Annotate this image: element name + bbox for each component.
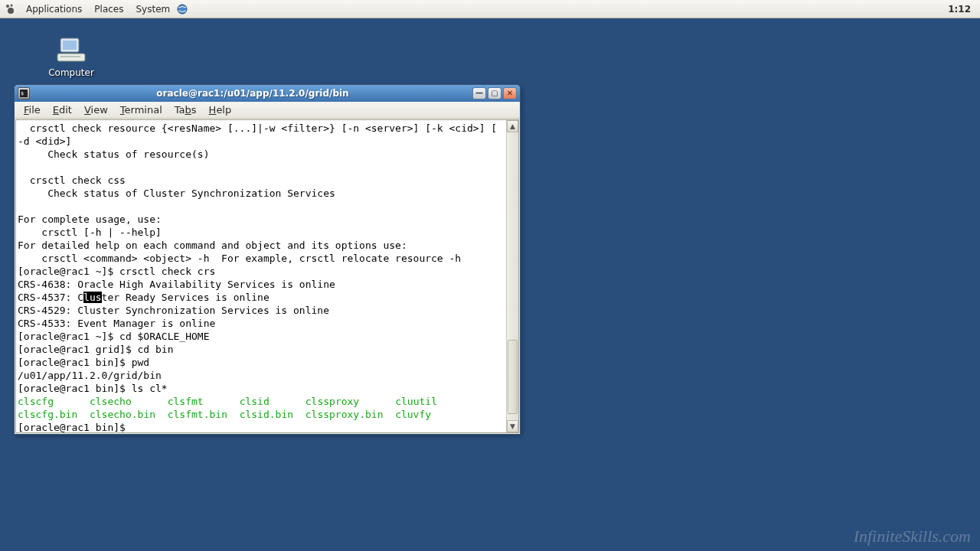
watermark: InfiniteSkills.com <box>854 527 971 546</box>
computer-icon <box>56 37 87 64</box>
svg-point-2 <box>8 8 14 14</box>
gnome-foot-icon[interactable] <box>5 3 17 15</box>
menu-edit[interactable]: Edit <box>47 103 78 117</box>
panel-left: Applications Places System <box>5 2 191 17</box>
scroll-up-button[interactable]: ▲ <box>507 120 518 132</box>
scroll-thumb[interactable] <box>508 340 518 415</box>
terminal-body: crsctl check resource {<resName> [...]|-… <box>15 119 519 433</box>
svg-point-0 <box>6 5 9 8</box>
menu-system[interactable]: System <box>129 2 176 17</box>
window-title: oracle@rac1:/u01/app/11.2.0/grid/bin <box>33 88 472 99</box>
menu-file[interactable]: File <box>18 103 47 117</box>
scroll-track[interactable] <box>507 132 518 420</box>
terminal-window: $ oracle@rac1:/u01/app/11.2.0/grid/bin —… <box>14 84 521 435</box>
menu-view[interactable]: View <box>78 103 114 117</box>
menubar: File Edit View Terminal Tabs Help <box>15 102 520 119</box>
svg-rect-7 <box>60 56 80 57</box>
browser-launcher-icon[interactable] <box>176 3 188 15</box>
close-button[interactable]: ✕ <box>503 87 517 99</box>
terminal-icon: $ <box>18 87 30 99</box>
maximize-button[interactable]: ▢ <box>488 87 501 99</box>
menu-terminal[interactable]: Terminal <box>114 103 168 117</box>
terminal-text[interactable]: crsctl check resource {<resName> [...]|-… <box>16 120 506 432</box>
minimize-button[interactable]: — <box>472 87 486 99</box>
svg-rect-5 <box>63 41 77 50</box>
menu-help[interactable]: Help <box>203 103 238 117</box>
desktop-icon-computer[interactable]: Computer <box>44 37 98 78</box>
svg-point-1 <box>11 4 13 6</box>
svg-text:$: $ <box>21 90 24 96</box>
clock[interactable]: 1:12 <box>948 4 975 15</box>
desktop-icon-label: Computer <box>44 67 98 78</box>
top-panel: Applications Places System 1:12 <box>0 0 980 18</box>
window-buttons: — ▢ ✕ <box>472 87 517 99</box>
menu-places[interactable]: Places <box>88 2 129 17</box>
svg-point-3 <box>178 5 187 14</box>
scrollbar[interactable]: ▲ ▼ <box>506 120 518 432</box>
scroll-down-button[interactable]: ▼ <box>507 420 518 432</box>
menu-applications[interactable]: Applications <box>20 2 88 17</box>
titlebar[interactable]: $ oracle@rac1:/u01/app/11.2.0/grid/bin —… <box>15 85 520 102</box>
menu-tabs[interactable]: Tabs <box>168 103 203 117</box>
